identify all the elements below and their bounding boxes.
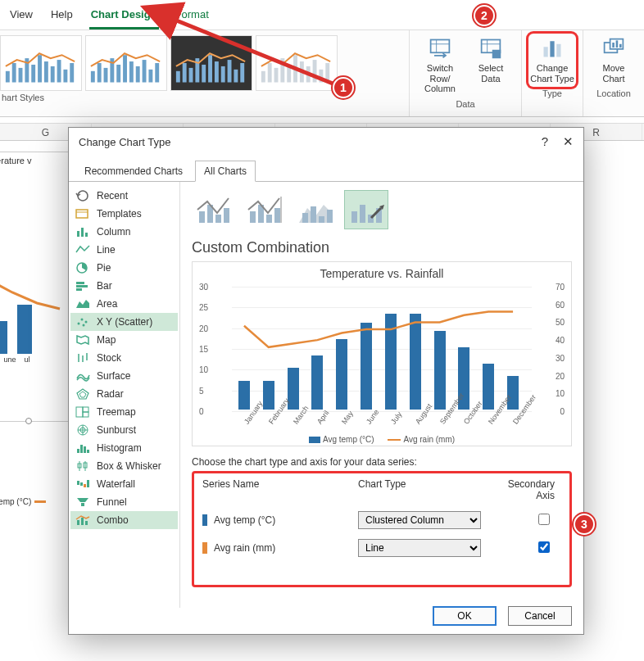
callout-1: 1 xyxy=(333,77,354,98)
callout-2: 2 xyxy=(474,5,495,26)
callout-3: 3 xyxy=(574,514,595,535)
annotation-arrow xyxy=(0,0,644,661)
svg-line-118 xyxy=(170,18,341,87)
